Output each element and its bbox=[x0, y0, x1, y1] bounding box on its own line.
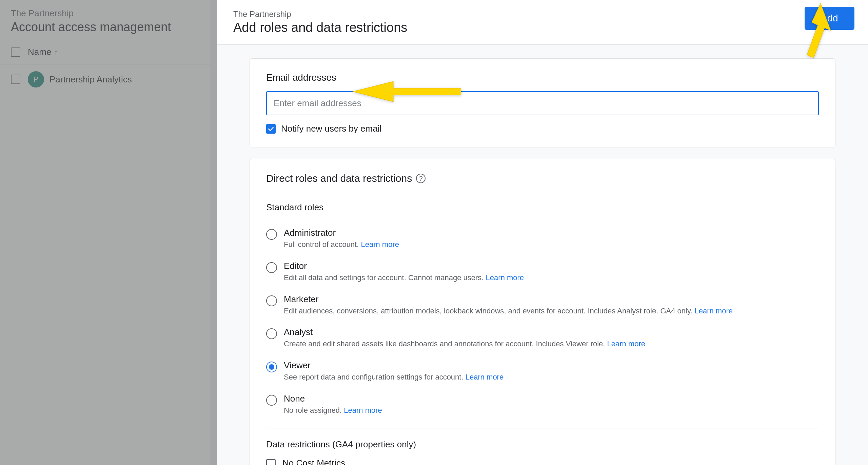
role-item-editor: Editor Edit all data and settings for ac… bbox=[266, 255, 819, 289]
restriction-checkbox-no-cost[interactable] bbox=[266, 459, 276, 465]
role-name-viewer: Viewer bbox=[284, 360, 504, 371]
radio-editor[interactable] bbox=[266, 262, 277, 273]
role-content-analyst: Analyst Create and edit shared assets li… bbox=[284, 327, 645, 349]
role-desc-viewer: See report data and configuration settin… bbox=[284, 372, 504, 383]
radio-none[interactable] bbox=[266, 395, 277, 406]
yellow-arrow-right bbox=[766, 3, 834, 58]
role-name-editor: Editor bbox=[284, 261, 524, 271]
modal-title: Add roles and data restrictions bbox=[233, 20, 407, 35]
role-content-none: None No role assigned. Learn more bbox=[284, 393, 382, 416]
role-desc-editor: Edit all data and settings for account. … bbox=[284, 273, 524, 283]
learn-more-none[interactable]: Learn more bbox=[344, 406, 382, 414]
standard-roles-label: Standard roles bbox=[266, 202, 819, 213]
role-item-viewer: Viewer See report data and configuration… bbox=[266, 355, 819, 388]
divider-2 bbox=[266, 428, 819, 428]
roles-section-title-text: Direct roles and data restrictions bbox=[266, 173, 412, 184]
role-content-editor: Editor Edit all data and settings for ac… bbox=[284, 261, 524, 283]
email-section-title: Email addresses bbox=[266, 72, 819, 83]
modal: The Partnership Add roles and data restr… bbox=[217, 0, 868, 465]
role-content-administrator: Administrator Full control of account. L… bbox=[284, 228, 399, 250]
radio-administrator[interactable] bbox=[266, 229, 277, 240]
data-restrictions-title: Data restrictions (GA4 properties only) bbox=[266, 439, 819, 450]
help-icon[interactable]: ? bbox=[416, 174, 426, 183]
learn-more-marketer[interactable]: Learn more bbox=[694, 307, 733, 315]
role-desc-administrator: Full control of account. Learn more bbox=[284, 239, 399, 250]
role-name-marketer: Marketer bbox=[284, 294, 733, 305]
role-content-marketer: Marketer Edit audiences, conversions, at… bbox=[284, 294, 733, 316]
role-content-viewer: Viewer See report data and configuration… bbox=[284, 360, 504, 383]
role-desc-none: No role assigned. Learn more bbox=[284, 405, 382, 416]
modal-account-label: The Partnership bbox=[233, 9, 407, 19]
role-item-administrator: Administrator Full control of account. L… bbox=[266, 222, 819, 255]
radio-analyst[interactable] bbox=[266, 328, 277, 339]
learn-more-administrator[interactable]: Learn more bbox=[361, 240, 399, 249]
role-name-none: None bbox=[284, 393, 382, 404]
modal-body: Email addresses Notify new users by emai… bbox=[217, 45, 868, 465]
learn-more-viewer[interactable]: Learn more bbox=[466, 373, 504, 381]
restriction-item-no-cost: No Cost Metrics No access to cost-relate… bbox=[266, 452, 819, 465]
divider-1 bbox=[266, 191, 819, 191]
learn-more-editor[interactable]: Learn more bbox=[486, 273, 524, 282]
role-item-marketer: Marketer Edit audiences, conversions, at… bbox=[266, 289, 819, 322]
notify-checkbox-row: Notify new users by email bbox=[266, 123, 819, 134]
role-desc-analyst: Create and edit shared assets like dashb… bbox=[284, 339, 645, 349]
email-input[interactable] bbox=[266, 91, 819, 115]
role-name-analyst: Analyst bbox=[284, 327, 645, 337]
radio-marketer[interactable] bbox=[266, 295, 277, 306]
notify-checkbox[interactable] bbox=[266, 124, 276, 134]
roles-card: Direct roles and data restrictions ? Sta… bbox=[250, 159, 835, 465]
role-item-analyst: Analyst Create and edit shared assets li… bbox=[266, 322, 819, 355]
restriction-name-no-cost: No Cost Metrics bbox=[282, 458, 469, 465]
yellow-arrow-left bbox=[353, 78, 461, 105]
role-item-none: None No role assigned. Learn more bbox=[266, 388, 819, 421]
notify-checkbox-label: Notify new users by email bbox=[281, 123, 381, 134]
radio-viewer[interactable] bbox=[266, 362, 277, 372]
modal-header-left: The Partnership Add roles and data restr… bbox=[233, 9, 407, 35]
svg-marker-0 bbox=[353, 81, 461, 102]
roles-section-title: Direct roles and data restrictions ? bbox=[266, 173, 819, 184]
restriction-content-no-cost: No Cost Metrics No access to cost-relate… bbox=[282, 458, 469, 465]
svg-marker-1 bbox=[807, 3, 831, 58]
role-name-administrator: Administrator bbox=[284, 228, 399, 238]
role-desc-marketer: Edit audiences, conversions, attribution… bbox=[284, 306, 733, 316]
email-card: Email addresses Notify new users by emai… bbox=[250, 58, 835, 148]
learn-more-analyst[interactable]: Learn more bbox=[607, 340, 646, 348]
